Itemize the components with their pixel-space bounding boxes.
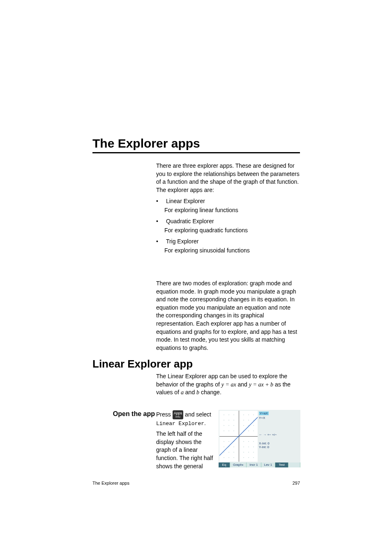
t: and <box>185 389 196 395</box>
t: and select <box>185 411 211 418</box>
subsection-title: Open the app <box>106 410 155 418</box>
t: change. <box>201 389 221 395</box>
page-number: 297 <box>293 481 300 486</box>
item-name: Quadratic Explorer <box>166 217 214 226</box>
calc-eq-template: Y=aX <box>259 412 269 415</box>
calc-side-panel: Y=aX Y=X ← → +− +/− X-Int: 0 Y-Int: 0 <box>259 411 299 462</box>
section-title: Linear Explorer app <box>92 358 300 370</box>
softkey-eq[interactable]: Eq <box>219 462 230 467</box>
item-name: Trig Explorer <box>166 238 199 246</box>
calc-plot-area <box>219 411 258 462</box>
calculator-screenshot: Y=aX Y=X ← → +− +/− X-Int: 0 Y-Int: 0 Eq… <box>219 410 300 467</box>
calc-softkey-menu: Eq Graph• Incr 1 Lev 1 Test <box>219 462 300 467</box>
intro-paragraph: There are three explorer apps. These are… <box>156 162 300 196</box>
equation-1: y = ax <box>221 382 236 388</box>
item-desc: For exploring linear functions <box>164 206 300 215</box>
item-desc: For exploring quadratic functions <box>164 227 300 235</box>
softkey-lev[interactable]: Lev 1 <box>261 462 275 467</box>
bullet-icon: • <box>156 238 164 246</box>
calc-xint: X-Int: 0 <box>259 442 299 445</box>
explorer-list: • Linear Explorer For exploring linear f… <box>156 197 300 258</box>
softkey-incr[interactable]: Incr 1 <box>247 462 261 467</box>
t: . <box>204 420 206 426</box>
bullet-icon: • <box>156 217 164 226</box>
title-rule <box>92 152 300 153</box>
softkey-graph[interactable]: Graph• <box>230 462 247 467</box>
list-item: • Trig Explorer For exploring sinusoidal… <box>156 238 300 254</box>
list-item: • Quadratic Explorer For exploring quadr… <box>156 217 300 234</box>
linear-graph-line <box>219 411 258 462</box>
softkey-test[interactable]: Test <box>275 462 288 467</box>
menu-item-name: Linear Explorer <box>156 421 204 427</box>
equation-2: y = ax + b <box>249 382 273 388</box>
section-desc: The Linear Explorer app can be used to e… <box>156 372 300 397</box>
calc-yint: Y-Int: 0 <box>259 445 299 449</box>
var-b: b <box>196 389 199 395</box>
key-sub: Info <box>174 415 182 418</box>
item-name: Linear Explorer <box>166 197 205 206</box>
var-a: a <box>181 389 184 395</box>
softkey-blank <box>288 462 300 467</box>
t: Press <box>156 411 173 418</box>
modes-paragraph: There are two modes of exploration: grap… <box>156 280 300 352</box>
intro-text: There are three explorer apps. These are… <box>156 162 300 194</box>
key-top: Apps <box>174 411 182 415</box>
footer-chapter: The Explorer apps <box>92 481 129 486</box>
item-desc: For exploring sinusoidal functions <box>164 247 300 255</box>
list-item: • Linear Explorer For exploring linear f… <box>156 197 300 214</box>
step-p2: The left half of the display shows the g… <box>156 430 216 470</box>
chapter-title: The Explorer apps <box>92 136 300 150</box>
bullet-icon: • <box>156 197 164 206</box>
svg-line-48 <box>219 417 258 456</box>
step-text: Press Apps Info and select Linear Explor… <box>156 410 216 470</box>
apps-key-icon: Apps Info <box>173 410 184 419</box>
calc-arrow-hints: ← → +− +/− <box>259 433 299 437</box>
t: and <box>238 381 249 388</box>
calc-eq-current: Y=X <box>259 416 299 420</box>
